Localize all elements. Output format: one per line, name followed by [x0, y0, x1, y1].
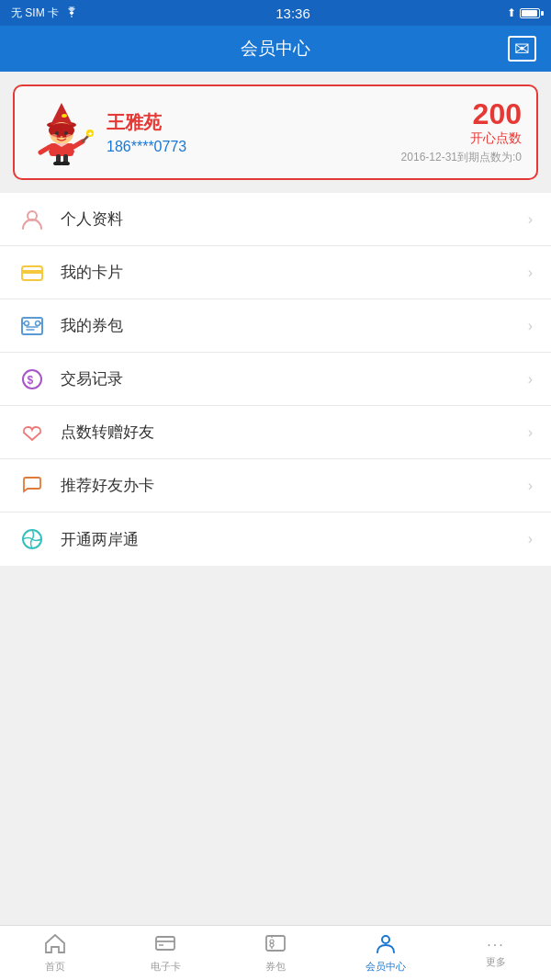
card-icon — [18, 259, 46, 287]
svg-line-13 — [73, 141, 83, 147]
svg-rect-30 — [156, 937, 174, 950]
menu-item-coupon[interactable]: 我的券包 › — [0, 299, 551, 353]
location-icon: ⬆ — [507, 6, 516, 19]
battery-icon — [520, 8, 540, 18]
transaction-icon: $ — [18, 366, 46, 393]
member-points-label: 开心点数 — [470, 130, 522, 147]
member-points-area: 200 开心点数 — [470, 99, 522, 147]
tab-label-home: 首页 — [45, 960, 65, 974]
menu-item-recommend[interactable]: 推荐好友办卡 › — [0, 459, 551, 513]
menu-label-transaction: 交易记录 — [61, 368, 123, 389]
recommend-icon — [18, 472, 46, 500]
status-bar: 无 SIM 卡 13:36 ⬆ — [0, 0, 551, 26]
avatar: ★ — [29, 99, 96, 165]
menu-arrow-transaction: › — [528, 371, 533, 388]
mail-button[interactable]: ✉ — [508, 36, 536, 62]
menu-arrow-profile: › — [528, 211, 533, 228]
tab-label-more: 更多 — [486, 955, 506, 969]
carrier-label: 无 SIM 卡 — [11, 6, 59, 21]
menu-arrow-cross-strait: › — [528, 531, 533, 547]
svg-point-20 — [61, 162, 70, 166]
nav-title: 会员中心 — [241, 37, 310, 61]
svg-rect-23 — [22, 270, 42, 274]
wifi-icon — [64, 6, 79, 20]
menu-label-coupon: 我的券包 — [61, 315, 123, 336]
svg-line-12 — [40, 147, 50, 152]
tab-label-ecard: 电子卡 — [151, 960, 181, 974]
status-left: 无 SIM 卡 — [11, 6, 79, 21]
menu-label-card: 我的卡片 — [61, 262, 123, 283]
coupon-icon — [18, 312, 46, 340]
tab-label-member: 会员中心 — [365, 960, 406, 974]
menu-label-gift-points: 点数转赠好友 — [61, 422, 154, 443]
menu-arrow-recommend: › — [528, 478, 533, 494]
menu-arrow-coupon: › — [528, 318, 533, 334]
profile-icon — [18, 206, 46, 233]
menu-item-transaction[interactable]: $ 交易记录 › — [0, 353, 551, 406]
home-tab-icon — [44, 933, 66, 957]
member-expiry: 2016-12-31到期点数为:0 — [401, 150, 522, 165]
svg-point-26 — [36, 321, 40, 325]
svg-rect-24 — [22, 318, 42, 334]
menu-label-cross-strait: 开通两岸通 — [61, 529, 139, 550]
tab-voucher[interactable]: 券包 — [220, 926, 331, 980]
gift-points-icon — [18, 419, 46, 446]
svg-text:$: $ — [28, 374, 34, 387]
svg-point-7 — [51, 134, 57, 138]
tab-member[interactable]: 会员中心 — [331, 926, 441, 980]
tab-bar: 首页 电子卡 券包 会员中心 — [0, 925, 551, 980]
more-tab-icon: ··· — [487, 938, 504, 952]
member-tab-icon — [375, 933, 397, 957]
cross-strait-icon — [18, 525, 46, 553]
member-name: 王雅苑 — [107, 110, 522, 135]
svg-marker-1 — [51, 103, 73, 125]
menu-arrow-gift-points: › — [528, 424, 533, 441]
svg-rect-33 — [266, 936, 285, 951]
member-info: 王雅苑 186****0773 — [107, 110, 522, 155]
gray-area — [0, 566, 551, 749]
menu-item-profile[interactable]: 个人资料 › — [0, 193, 551, 246]
menu-label-recommend: 推荐好友办卡 — [61, 475, 154, 496]
menu-item-card[interactable]: 我的卡片 › — [0, 246, 551, 299]
voucher-tab-icon — [264, 933, 287, 957]
menu-item-gift-points[interactable]: 点数转赠好友 › — [0, 406, 551, 459]
nav-bar: 会员中心 ✉ — [0, 26, 551, 72]
tab-home[interactable]: 首页 — [0, 926, 110, 980]
menu-arrow-card: › — [528, 265, 533, 281]
svg-point-8 — [66, 134, 72, 138]
main-content: ★ 王雅苑 186****0773 200 开心点数 2016-12-31到期点… — [0, 72, 551, 925]
menu-label-profile: 个人资料 — [61, 208, 123, 230]
menu-list: 个人资料 › 我的卡片 › — [0, 193, 551, 566]
tab-label-voucher: 券包 — [265, 960, 286, 974]
svg-point-25 — [25, 321, 29, 325]
menu-item-cross-strait[interactable]: 开通两岸通 › — [0, 513, 551, 566]
ecard-tab-icon — [154, 933, 176, 957]
svg-text:★: ★ — [87, 130, 93, 137]
witch-avatar-svg: ★ — [29, 99, 94, 165]
status-time: 13:36 — [276, 6, 310, 21]
svg-point-35 — [270, 943, 274, 947]
svg-point-9 — [61, 136, 63, 138]
status-right: ⬆ — [507, 6, 540, 19]
member-points-number: 200 — [470, 99, 522, 129]
member-card: ★ 王雅苑 186****0773 200 开心点数 2016-12-31到期点… — [13, 84, 538, 180]
tab-ecard[interactable]: 电子卡 — [110, 926, 220, 980]
tab-more[interactable]: ··· 更多 — [441, 926, 551, 980]
svg-point-36 — [382, 936, 389, 943]
